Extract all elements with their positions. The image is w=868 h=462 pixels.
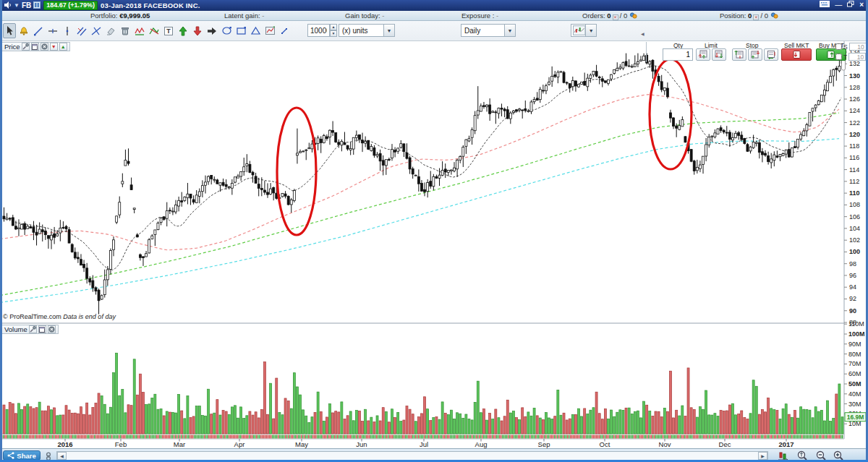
down-arrow-tool-button[interactable] — [191, 23, 204, 38]
buy-limit-button[interactable] — [696, 48, 710, 61]
zigzag-indicator-button[interactable] — [133, 23, 146, 38]
price-settings-button[interactable] — [22, 43, 30, 51]
pointer-tool-button[interactable] — [3, 23, 16, 38]
buy-market-icon — [826, 50, 836, 59]
price-scale-up-button[interactable]: ▲ — [59, 43, 67, 51]
units-caret-icon[interactable]: ▼ — [383, 25, 394, 36]
stop-checkbox[interactable] — [835, 43, 842, 50]
buy-stop-button[interactable] — [732, 48, 746, 61]
right-arrow-icon — [207, 27, 217, 35]
quantity-stepper[interactable]: ▲▼ — [330, 24, 337, 37]
price-chart[interactable]: 2016FebMarAprMayJunJulAugSepOctNovDec201… — [0, 41, 868, 448]
vertical-line-tool-button[interactable] — [61, 23, 74, 38]
order-qty-input[interactable] — [663, 48, 693, 61]
price-close-button[interactable] — [41, 43, 48, 51]
svg-text:124: 124 — [849, 107, 860, 114]
stop-value-input[interactable] — [849, 43, 867, 51]
volume-close-button[interactable] — [48, 325, 56, 333]
keyboard-icon[interactable] — [820, 1, 830, 9]
share-button[interactable]: Share — [3, 450, 41, 461]
svg-text:104: 104 — [849, 225, 860, 232]
horizontal-line-tool-button[interactable] — [46, 23, 59, 38]
scroll-right-icon[interactable]: ▶ — [758, 452, 767, 460]
chart-type-caret-icon[interactable]: ▼ — [585, 25, 596, 36]
volume-detach-button[interactable] — [38, 325, 46, 333]
account-bar: Portfolio: €9,999.05 Latent gain: - Gain… — [0, 11, 868, 21]
close-button[interactable]: × — [859, 1, 864, 9]
instrument-info-icon[interactable] — [33, 1, 41, 10]
volume-settings-button[interactable] — [29, 325, 37, 333]
panel-collapse-icon[interactable]: ◀ — [641, 31, 644, 36]
text-tool-button[interactable]: T — [162, 23, 175, 38]
eraser-icon — [106, 26, 116, 36]
target-checkbox[interactable] — [835, 54, 842, 60]
scroll-left-icon[interactable]: ◀ — [57, 452, 67, 460]
svg-text:Jun: Jun — [356, 440, 367, 448]
delete-tool-button[interactable] — [119, 23, 132, 38]
trend-line-tool-button[interactable] — [32, 23, 45, 38]
stepper-down-icon[interactable]: ▼ — [330, 30, 337, 37]
rectangle-icon — [236, 26, 247, 35]
orders-cancel-icon[interactable]: ✕ — [613, 14, 618, 20]
svg-text:May: May — [295, 440, 308, 448]
quantity-input[interactable] — [307, 24, 330, 37]
svg-text:90M: 90M — [848, 341, 861, 348]
stats-area-tool-button[interactable] — [263, 23, 276, 38]
symbol-dropdown-caret[interactable]: ▼ — [14, 2, 20, 9]
svg-text:114: 114 — [849, 166, 859, 174]
trailing-stop-button[interactable] — [764, 48, 778, 61]
orders-gears-icon[interactable] — [629, 12, 637, 20]
svg-text:Dec: Dec — [719, 440, 731, 448]
svg-text:128: 128 — [849, 84, 860, 91]
sell-market-button[interactable] — [781, 48, 812, 61]
right-arrow-tool-button[interactable] — [205, 23, 218, 38]
small-segment-tool-button[interactable] — [278, 23, 291, 38]
svg-text:Apr: Apr — [234, 440, 245, 448]
svg-text:60M: 60M — [848, 370, 861, 377]
alarm-tool-button[interactable] — [17, 23, 30, 38]
buy-limit-icon — [698, 50, 708, 59]
sell-limit-icon — [714, 50, 724, 59]
pattern-lines-button[interactable] — [148, 23, 161, 38]
ellipse-tool-button[interactable] — [220, 23, 233, 38]
sell-stop-button[interactable] — [748, 48, 762, 61]
timeframe-select[interactable]: Daily▼ — [461, 24, 516, 37]
rectangle-tool-button[interactable] — [234, 23, 247, 38]
chart-area: 2016FebMarAprMayJunJulAugSepOctNovDec201… — [0, 41, 868, 448]
position-status: Position: 0✕/ 0 — [720, 12, 778, 20]
svg-text:90: 90 — [849, 307, 856, 315]
stepper-up-icon[interactable]: ▲ — [330, 24, 337, 30]
position-close-icon[interactable]: ✕ — [753, 14, 759, 20]
svg-text:2017: 2017 — [778, 440, 793, 448]
speaker-icon[interactable] — [4, 1, 12, 10]
svg-text:70M: 70M — [848, 360, 861, 367]
t-label: T — [843, 54, 847, 61]
parallel-lines-tool-button[interactable] — [75, 23, 88, 38]
minimize-button[interactable]: — — [835, 1, 842, 9]
svg-text:30M: 30M — [848, 401, 861, 408]
svg-text:96: 96 — [849, 272, 856, 279]
cross-lines-tool-button[interactable] — [90, 23, 103, 38]
sell-limit-button[interactable] — [712, 48, 726, 61]
restore-button[interactable] — [847, 1, 854, 9]
units-select[interactable]: (x) units▼ — [339, 24, 395, 37]
copyright-note: © ProRealTime.com Data is end of day — [3, 313, 116, 320]
down-arrow-icon — [193, 26, 202, 36]
target-value-input[interactable] — [848, 53, 866, 61]
svg-text:40M: 40M — [848, 390, 861, 398]
chart-type-icon — [573, 25, 585, 35]
window-icon — [39, 327, 45, 333]
close-icon — [48, 326, 55, 333]
triangle-tool-button[interactable] — [249, 23, 262, 38]
svg-text:Aug: Aug — [475, 440, 488, 448]
timeframe-caret-icon[interactable]: ▼ — [504, 25, 515, 36]
up-arrow-tool-button[interactable] — [176, 23, 190, 38]
position-gears-icon[interactable] — [770, 12, 778, 20]
eraser-tool-button[interactable] — [104, 23, 117, 38]
chart-type-button[interactable]: ▼ — [571, 24, 597, 37]
price-detach-button[interactable] — [31, 43, 39, 51]
price-scale-down-button[interactable]: ▼ — [50, 43, 58, 51]
horizontal-line-icon — [48, 26, 58, 36]
sell-market-icon — [791, 50, 801, 59]
exposure: Exposure : - — [461, 12, 498, 20]
